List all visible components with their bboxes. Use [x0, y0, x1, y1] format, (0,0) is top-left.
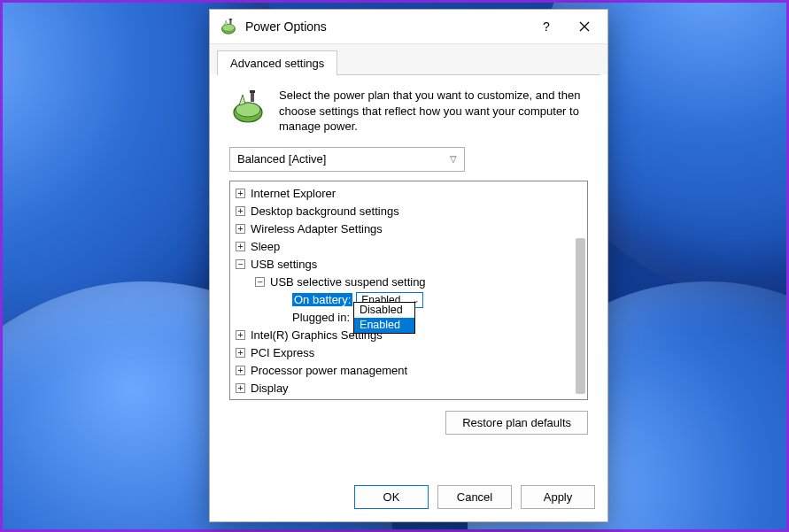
power-plan-value: Balanced [Active] [237, 152, 326, 166]
svg-rect-7 [251, 92, 254, 102]
dialog-button-row: OK Cancel Apply [210, 476, 607, 521]
tree-item-processor-power[interactable]: + Processor power management [236, 362, 587, 380]
plugged-in-label: Plugged in: [292, 311, 350, 324]
close-button[interactable] [565, 13, 604, 40]
setting-plugged-in-row: Plugged in: Disabled Enabled [236, 309, 587, 327]
dropdown-option-enabled[interactable]: Enabled [354, 318, 414, 333]
on-battery-label: On battery: [292, 293, 352, 306]
chevron-down-icon: ▽ [450, 154, 457, 164]
tab-strip: Advanced settings [210, 43, 607, 74]
power-options-icon [219, 17, 238, 36]
tree-item-usb-settings[interactable]: − USB settings [236, 256, 587, 274]
ok-button[interactable]: OK [354, 485, 429, 509]
expand-icon[interactable]: + [236, 348, 245, 358]
collapse-icon[interactable]: − [255, 277, 265, 287]
svg-rect-8 [250, 90, 255, 93]
expand-icon[interactable]: + [236, 224, 245, 234]
expand-icon[interactable]: + [236, 383, 245, 393]
tab-advanced-settings[interactable]: Advanced settings [217, 50, 337, 75]
tree-item-sleep[interactable]: + Sleep [236, 238, 587, 256]
settings-tree[interactable]: + Internet Explorer + Desktop background… [229, 181, 588, 400]
expand-icon[interactable]: + [236, 366, 245, 375]
tree-item-wireless-adapter[interactable]: + Wireless Adapter Settings [236, 220, 587, 238]
plugged-in-dropdown[interactable]: Disabled Enabled [353, 302, 415, 334]
expand-icon[interactable]: + [236, 242, 245, 251]
svg-rect-2 [229, 19, 231, 25]
cancel-button[interactable]: Cancel [437, 485, 512, 509]
power-options-dialog: Power Options ? Advanced settings Select… [209, 9, 608, 522]
description-text: Select the power plan that you want to c… [279, 88, 588, 135]
tree-item-internet-explorer[interactable]: + Internet Explorer [236, 185, 587, 203]
help-button[interactable]: ? [526, 13, 565, 40]
svg-text:?: ? [543, 20, 550, 33]
collapse-icon[interactable]: − [236, 259, 245, 269]
tab-page: Select the power plan that you want to c… [217, 74, 600, 469]
battery-plan-icon [229, 88, 267, 125]
tree-item-usb-selective-suspend[interactable]: − USB selective suspend setting [236, 274, 587, 291]
power-plan-select[interactable]: Balanced [Active] ▽ [229, 147, 465, 172]
dropdown-option-disabled[interactable]: Disabled [354, 303, 414, 318]
restore-defaults-button[interactable]: Restore plan defaults [445, 411, 588, 435]
svg-rect-3 [229, 19, 232, 19]
tree-scrollbar[interactable] [576, 238, 585, 394]
apply-button[interactable]: Apply [521, 485, 595, 509]
titlebar: Power Options ? [210, 10, 607, 43]
expand-icon[interactable]: + [236, 330, 245, 340]
tree-item-pci-express[interactable]: + PCI Express [236, 344, 587, 362]
tree-item-desktop-background[interactable]: + Desktop background settings [236, 203, 587, 220]
expand-icon[interactable]: + [236, 206, 245, 216]
tree-item-display[interactable]: + Display [236, 380, 587, 397]
dialog-title: Power Options [245, 19, 526, 34]
expand-icon[interactable]: + [236, 189, 245, 198]
